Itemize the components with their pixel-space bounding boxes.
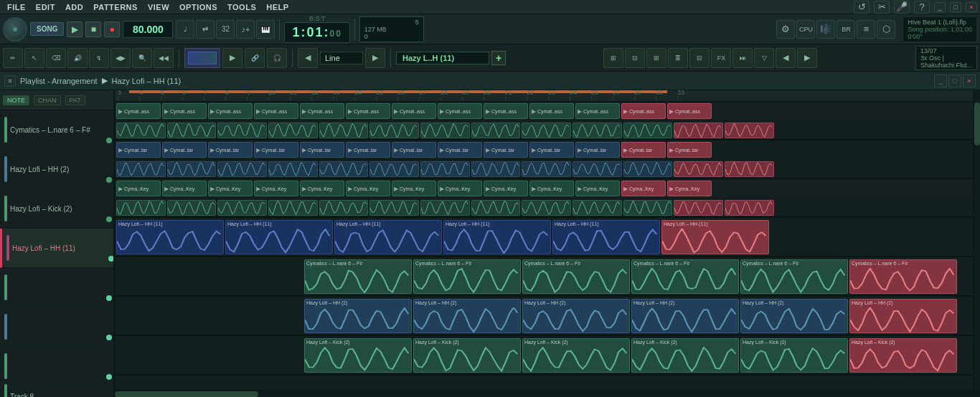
wave-block[interactable] (471, 200, 521, 216)
fold-icon[interactable]: ⊟ (625, 48, 645, 68)
piano-icon[interactable]: 🎹 (256, 20, 275, 39)
stop-btn[interactable]: ■ (85, 21, 101, 37)
wave-block[interactable] (725, 161, 774, 177)
arrange-icon[interactable]: ⊟ (689, 48, 710, 68)
block[interactable]: Cymatics – L.nare 6 – F# (740, 259, 848, 294)
wave-block[interactable] (369, 123, 419, 138)
wave-block[interactable] (623, 123, 673, 138)
record-btn[interactable]: ● (104, 21, 120, 37)
label-block[interactable]: ▶Cymat..tar (208, 142, 253, 158)
zoom-in-tool[interactable]: 🔍 (132, 48, 152, 68)
tab-note[interactable]: NOTE (3, 95, 29, 105)
label-block[interactable]: ▶Cymat..ass (438, 103, 482, 119)
wave-block[interactable] (319, 200, 369, 216)
label-block[interactable]: ▶Cymat..tar (621, 142, 666, 158)
track-name-6[interactable] (0, 307, 113, 347)
track-name-7[interactable] (0, 347, 113, 386)
wave-block[interactable] (522, 200, 571, 216)
wave-block[interactable] (623, 200, 673, 216)
label-block[interactable]: ▶Cyma..Key (438, 181, 482, 196)
label-block[interactable]: ▶Cymat..ass (484, 103, 528, 119)
playlist-menu-btn[interactable]: ≡ (4, 75, 16, 87)
wave-block[interactable] (420, 200, 470, 216)
wave-block[interactable] (167, 200, 217, 216)
mixer-icon[interactable]: ≡ (857, 20, 875, 39)
zoom-tool[interactable]: 🔊 (67, 48, 88, 68)
block[interactable]: Hazy Lofi – HH (11) (225, 220, 333, 254)
block[interactable]: Hazy Lofi – HH (2) (522, 299, 630, 333)
block[interactable]: Hazy Lofi – HH (11) (661, 220, 769, 254)
wave-block[interactable] (674, 123, 723, 138)
wave-block[interactable] (116, 123, 166, 138)
song-mode-btn[interactable]: SONG (30, 22, 64, 36)
wave-block[interactable] (674, 161, 723, 177)
label-block[interactable]: ▶Cymat..ass (346, 103, 390, 119)
metronome-icon[interactable]: ♩ (176, 20, 194, 39)
wave-block[interactable] (420, 161, 470, 177)
label-block[interactable]: ▶Cymat..ass (575, 103, 620, 119)
label-block[interactable]: ▶Cymat..tar (254, 142, 298, 158)
wave-block[interactable] (319, 161, 369, 177)
label-block[interactable]: ▶Cymat..ass (116, 103, 161, 119)
wave-block[interactable] (522, 123, 571, 138)
wave-block[interactable] (623, 161, 673, 177)
plugin-icon[interactable]: ⬡ (877, 20, 895, 39)
draw-tool[interactable]: ✏ (3, 48, 23, 68)
label-block[interactable]: ▶Cymat..ass (300, 103, 344, 119)
columns-icon[interactable]: ≣ (668, 48, 688, 68)
block[interactable]: Hazy Lofi – Kick (2) (849, 338, 957, 373)
tab-pat[interactable]: PAT (65, 95, 85, 105)
select-tool[interactable]: ↖ (24, 48, 44, 68)
audio-tool[interactable]: ◀◀ (154, 48, 174, 68)
menu-item-options[interactable]: OPTIONS (175, 1, 222, 13)
block[interactable]: Hazy Lofi – HH (2) (413, 299, 521, 333)
wave-block[interactable] (116, 161, 166, 177)
pl-close-btn[interactable]: × (963, 75, 976, 87)
step-icon[interactable]: 32 (216, 20, 235, 39)
grid-icon[interactable]: ⊞ (646, 48, 666, 68)
block[interactable]: Hazy Lofi – Kick (2) (740, 338, 848, 373)
master-knob[interactable] (3, 17, 27, 42)
block[interactable]: Hazy Lofi – HH (2) (631, 299, 739, 333)
hscrollbar-thumb[interactable] (115, 391, 258, 397)
block[interactable]: Cymatics – L.nare 6 – F# (849, 259, 957, 294)
vscrollbar-top[interactable] (973, 90, 980, 102)
wave-block[interactable] (268, 123, 318, 138)
wave-block[interactable] (420, 123, 470, 138)
block[interactable]: Hazy Lofi – HH (11) (443, 220, 551, 254)
block[interactable]: Hazy Lofi – HH (2) (304, 299, 412, 333)
link-btn[interactable]: 🔗 (245, 48, 265, 68)
label-block[interactable]: ▶Cyma..Key (575, 181, 620, 196)
track-name-5[interactable] (0, 268, 113, 307)
browser-icon[interactable]: BR (837, 20, 855, 39)
label-block[interactable]: ▶Cymat..tar (300, 142, 344, 158)
wave-block[interactable] (573, 200, 622, 216)
label-block[interactable]: ▶Cymat..ass (392, 103, 436, 119)
block[interactable]: Hazy Lofi – HH (2) (849, 299, 957, 333)
cut-icon[interactable]: ✂ (874, 1, 890, 14)
arrow-l-icon[interactable]: ◀ (776, 48, 796, 68)
wave-block[interactable] (217, 161, 267, 177)
label-block[interactable]: ▶Cymat..tar (667, 142, 712, 158)
pl-minimize-btn[interactable]: _ (934, 75, 947, 87)
label-block[interactable]: ▶Cymat..ass (254, 103, 298, 119)
label-block[interactable]: ▶Cymat..tar (529, 142, 574, 158)
label-block[interactable]: ▶Cymat..tar (484, 142, 528, 158)
block[interactable]: Cymatics – L.nare 6 – F# (522, 259, 630, 294)
label-block[interactable]: ▶Cyma..Key (529, 181, 574, 196)
pl-maximize-btn[interactable]: □ (948, 75, 961, 87)
settings-icon[interactable]: ⚙ (776, 20, 795, 39)
label-block[interactable]: ▶Cymat..tar (575, 142, 620, 158)
menu-item-help[interactable]: HELP (262, 1, 293, 13)
label-block[interactable]: ▶Cyma..Key (346, 181, 390, 196)
label-block[interactable]: ▶Cymat..tar (392, 142, 436, 158)
undo-icon[interactable]: ↺ (854, 1, 870, 14)
label-block[interactable]: ▶Cyma..Key (208, 181, 253, 196)
piano-roll-icon[interactable]: 🎼 (816, 20, 835, 39)
wave-block[interactable] (319, 123, 369, 138)
pattern-display[interactable] (184, 48, 220, 68)
wave-block[interactable] (217, 200, 267, 216)
hscrollbar[interactable] (115, 390, 980, 397)
label-block[interactable]: ▶Cymat..ass (529, 103, 574, 119)
wave-block[interactable] (268, 161, 318, 177)
